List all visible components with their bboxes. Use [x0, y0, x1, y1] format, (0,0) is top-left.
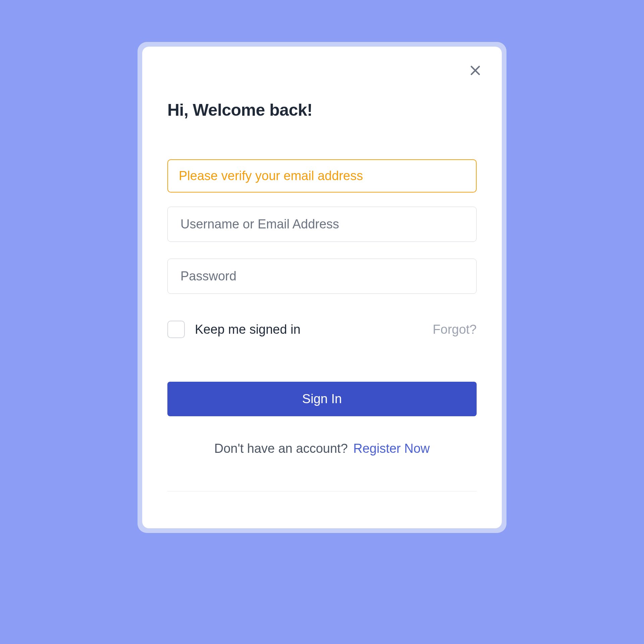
- alert-message: Please verify your email address: [179, 169, 363, 183]
- options-row: Keep me signed in Forgot?: [167, 321, 477, 338]
- modal-title: Hi, Welcome back!: [167, 100, 477, 120]
- keep-signed-in-label[interactable]: Keep me signed in: [195, 322, 301, 337]
- register-link[interactable]: Register Now: [353, 441, 430, 455]
- register-prompt: Don't have an account?: [214, 441, 348, 455]
- register-row: Don't have an account? Register Now: [167, 441, 477, 456]
- password-input[interactable]: [167, 259, 477, 294]
- alert-banner: Please verify your email address: [167, 159, 477, 193]
- login-modal: Hi, Welcome back! Please verify your ema…: [142, 47, 502, 528]
- close-button[interactable]: [467, 63, 483, 79]
- forgot-link[interactable]: Forgot?: [433, 322, 477, 337]
- keep-signed-in-wrapper: Keep me signed in: [167, 321, 301, 338]
- login-modal-container: Hi, Welcome back! Please verify your ema…: [138, 42, 506, 533]
- close-icon: [469, 64, 482, 78]
- signin-button[interactable]: Sign In: [167, 382, 477, 416]
- bottom-spacer: [167, 491, 477, 510]
- username-input[interactable]: [167, 207, 477, 242]
- keep-signed-in-checkbox[interactable]: [167, 321, 185, 338]
